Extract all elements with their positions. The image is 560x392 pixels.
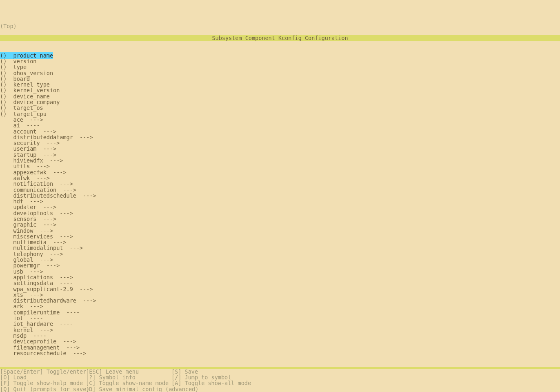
footer-row: [Q] Quit (prompts for save)[D] Save mini…: [0, 386, 560, 392]
submenu-account[interactable]: account --->: [0, 129, 560, 134]
menu-item-device_name[interactable]: () device_name: [0, 94, 560, 99]
submenu-hdf[interactable]: hdf --->: [0, 198, 560, 204]
menu-list: () product_name() version() type() ohos_…: [0, 53, 560, 356]
submenu-window[interactable]: window --->: [0, 228, 560, 234]
menu-item-kernel_version[interactable]: () kernel_version: [0, 87, 560, 93]
submenu-startup[interactable]: startup --->: [0, 152, 560, 158]
submenu-developtools[interactable]: developtools --->: [0, 210, 560, 216]
submenu-compileruntime[interactable]: compileruntime ----: [0, 310, 560, 315]
submenu-settingsdata[interactable]: settingsdata ----: [0, 280, 560, 286]
submenu-msdp[interactable]: msdp ----: [0, 333, 560, 339]
submenu-distributedhardware[interactable]: distributedhardware --->: [0, 298, 560, 303]
submenu-notification[interactable]: notification --->: [0, 181, 560, 187]
submenu-applications[interactable]: applications --->: [0, 274, 560, 280]
submenu-distributedschedule[interactable]: distributedschedule --->: [0, 193, 560, 198]
submenu-appexecfwk[interactable]: appexecfwk --->: [0, 169, 560, 175]
menu-item-ohos_version[interactable]: () ohos_version: [0, 70, 560, 76]
menu-item-product_name[interactable]: () product_name: [0, 53, 560, 58]
submenu-sensors[interactable]: sensors --->: [0, 216, 560, 222]
footer-row: [F] Toggle show-help mode[C] Toggle show…: [0, 380, 560, 386]
submenu-aafwk[interactable]: aafwk --->: [0, 175, 560, 181]
submenu-utils[interactable]: utils --->: [0, 163, 560, 169]
submenu-powermgr[interactable]: powermgr --->: [0, 263, 560, 268]
submenu-ai[interactable]: ai ----: [0, 122, 560, 128]
menu-item-target_os[interactable]: () target_os: [0, 105, 560, 111]
menu-item-target_cpu[interactable]: () target_cpu: [0, 111, 560, 117]
submenu-iot_hardware[interactable]: iot_hardware ----: [0, 321, 560, 327]
page-title: Subsystem Component Kconfig Configuratio…: [0, 35, 560, 41]
menu-item-device_company[interactable]: () device_company: [0, 99, 560, 105]
footer-row: [O] Load[?] Symbol info[/] Jump to symbo…: [0, 374, 560, 380]
submenu-global[interactable]: global --->: [0, 257, 560, 263]
submenu-communication[interactable]: communication --->: [0, 187, 560, 193]
submenu-iot[interactable]: iot ----: [0, 315, 560, 321]
submenu-multimedia[interactable]: multimedia --->: [0, 239, 560, 245]
menu-item-version[interactable]: () version: [0, 58, 560, 64]
menu-item-type[interactable]: () type: [0, 64, 560, 70]
submenu-multimodalinput[interactable]: multimodalinput --->: [0, 245, 560, 251]
footer-row: [Space/Enter] Toggle/enter[ESC] Leave me…: [0, 369, 560, 374]
submenu-filemanagement[interactable]: filemanagement --->: [0, 345, 560, 350]
footer-help: [Space/Enter] Toggle/enter[ESC] Leave me…: [0, 369, 560, 392]
submenu-useriam[interactable]: useriam --->: [0, 146, 560, 151]
submenu-resourceschedule[interactable]: resourceschedule --->: [0, 350, 560, 356]
submenu-wpa_supplicant-2.9[interactable]: wpa_supplicant-2.9 --->: [0, 286, 560, 292]
submenu-kernel[interactable]: kernel --->: [0, 327, 560, 333]
submenu-ark[interactable]: ark --->: [0, 303, 560, 309]
submenu-security[interactable]: security --->: [0, 140, 560, 146]
submenu-graphic[interactable]: graphic --->: [0, 222, 560, 227]
submenu-hiviewdfx[interactable]: hiviewdfx --->: [0, 158, 560, 163]
submenu-telephony[interactable]: telephony --->: [0, 251, 560, 257]
submenu-ace[interactable]: ace --->: [0, 117, 560, 122]
submenu-deviceprofile[interactable]: deviceprofile --->: [0, 339, 560, 344]
submenu-usb[interactable]: usb --->: [0, 269, 560, 274]
menu-item-kernel_type[interactable]: () kernel_type: [0, 82, 560, 87]
submenu-distributeddatamgr[interactable]: distributeddatamgr --->: [0, 134, 560, 140]
submenu-updater[interactable]: updater --->: [0, 204, 560, 210]
submenu-xts[interactable]: xts --->: [0, 292, 560, 298]
submenu-miscservices[interactable]: miscservices --->: [0, 234, 560, 239]
menu-item-board[interactable]: () board: [0, 76, 560, 82]
breadcrumb: (Top): [0, 23, 560, 29]
